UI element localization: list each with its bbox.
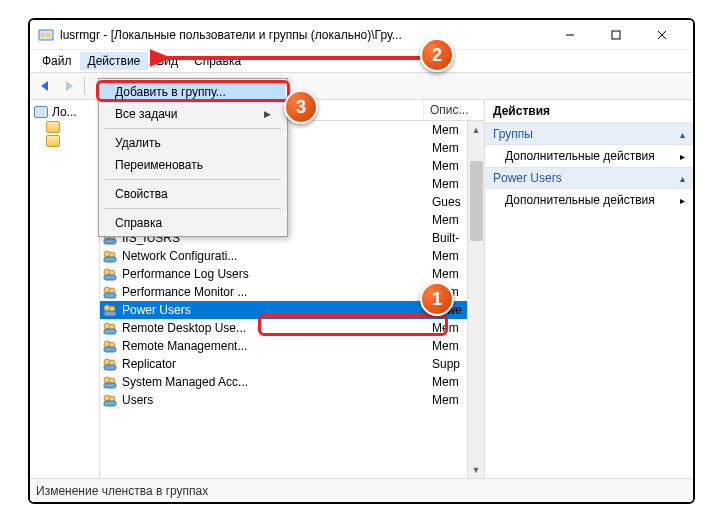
list-row[interactable]: Remote Desktop Use...Mem — [100, 319, 484, 337]
menu-rename[interactable]: Переименовать — [101, 154, 285, 176]
back-button[interactable] — [34, 75, 56, 97]
group-icon — [102, 302, 118, 318]
menu-help[interactable]: Справка — [186, 52, 249, 70]
group-icon — [102, 248, 118, 264]
scroll-up-button[interactable]: ▲ — [468, 121, 484, 138]
toolbar-separator — [84, 77, 85, 95]
group-icon — [102, 320, 118, 336]
row-name: Network Configurati... — [122, 249, 432, 263]
group-icon — [102, 284, 118, 300]
tree-root-label: Ло... — [52, 105, 77, 119]
svg-rect-56 — [104, 401, 116, 406]
submenu-arrow-icon: ▶ — [264, 109, 271, 119]
list-row[interactable]: System Managed Acc...Mem — [100, 373, 484, 391]
svg-marker-8 — [66, 81, 73, 91]
tree-groups[interactable] — [32, 134, 97, 148]
actions-powerusers-header[interactable]: Power Users ▴ — [485, 167, 693, 189]
menu-add-to-group[interactable]: Добавить в группу... — [101, 81, 285, 103]
tree-users[interactable] — [32, 120, 97, 134]
titlebar: lusrmgr - [Локальные пользователи и груп… — [30, 20, 693, 50]
svg-point-2 — [46, 33, 50, 37]
actions-pane: Действия Группы ▴ Дополнительные действи… — [485, 100, 693, 478]
chevron-right-icon: ▸ — [680, 195, 685, 206]
list-row[interactable]: Performance Log UsersMem — [100, 265, 484, 283]
menu-properties-label: Свойства — [115, 187, 168, 201]
svg-rect-4 — [612, 31, 620, 39]
folder-icon — [46, 121, 60, 133]
status-text: Изменение членства в группах — [36, 484, 208, 498]
actions-powerusers-header-label: Power Users — [493, 171, 562, 185]
actions-groups-more[interactable]: Дополнительные действия ▸ — [485, 145, 693, 167]
menu-help[interactable]: Справка — [101, 212, 285, 234]
menu-rename-label: Переименовать — [115, 158, 203, 172]
row-name: System Managed Acc... — [122, 375, 432, 389]
balloon-2-label: 2 — [432, 45, 442, 66]
menu-help-label: Справка — [115, 216, 162, 230]
row-name: Replicator — [122, 357, 432, 371]
window-title: lusrmgr - [Локальные пользователи и груп… — [60, 28, 547, 42]
row-name: Performance Monitor ... — [122, 285, 432, 299]
maximize-button[interactable] — [593, 20, 639, 50]
actions-powerusers-more[interactable]: Дополнительные действия ▸ — [485, 189, 693, 211]
actions-powerusers-more-label: Дополнительные действия — [505, 193, 655, 207]
menu-separator — [105, 208, 281, 209]
tree-pane[interactable]: Ло... — [30, 100, 100, 478]
chevron-right-icon: ▸ — [680, 151, 685, 162]
svg-rect-35 — [104, 275, 116, 280]
minimize-button[interactable] — [547, 20, 593, 50]
row-name: Remote Management... — [122, 339, 432, 353]
menu-all-tasks-label: Все задачи — [115, 107, 178, 121]
menu-view[interactable]: Вид — [148, 52, 186, 70]
row-name: Users — [122, 393, 432, 407]
col-desc[interactable]: Опис... — [424, 100, 484, 120]
menu-all-tasks[interactable]: Все задачи ▶ — [101, 103, 285, 125]
svg-rect-38 — [104, 293, 116, 298]
vertical-scrollbar[interactable]: ▲ ▼ — [467, 121, 484, 478]
scroll-down-button[interactable]: ▼ — [468, 461, 484, 478]
balloon-3-label: 3 — [296, 97, 306, 118]
actions-title: Действия — [485, 100, 693, 123]
computer-icon — [34, 106, 48, 118]
group-icon — [102, 356, 118, 372]
actions-groups-header[interactable]: Группы ▴ — [485, 123, 693, 145]
collapse-icon: ▴ — [680, 129, 685, 140]
menu-file[interactable]: Файл — [34, 52, 80, 70]
svg-rect-32 — [104, 257, 116, 262]
annotation-balloon-2: 2 — [420, 38, 454, 72]
svg-rect-41 — [104, 311, 116, 316]
close-button[interactable] — [639, 20, 685, 50]
list-row[interactable]: ReplicatorSupp — [100, 355, 484, 373]
list-row[interactable]: Remote Management...Mem — [100, 337, 484, 355]
annotation-balloon-1: 1 — [420, 282, 454, 316]
app-icon — [38, 27, 54, 43]
group-icon — [102, 392, 118, 408]
list-row[interactable]: Network Configurati...Mem — [100, 247, 484, 265]
list-row[interactable]: UsersMem — [100, 391, 484, 409]
folder-icon — [46, 135, 60, 147]
row-name: Power Users — [122, 303, 432, 317]
tree-root[interactable]: Ло... — [32, 104, 97, 120]
svg-rect-53 — [104, 383, 116, 388]
svg-rect-50 — [104, 365, 116, 370]
group-icon — [102, 338, 118, 354]
collapse-icon: ▴ — [680, 173, 685, 184]
statusbar: Изменение членства в группах — [30, 478, 693, 502]
forward-button[interactable] — [58, 75, 80, 97]
menu-delete-label: Удалить — [115, 136, 161, 150]
svg-rect-47 — [104, 347, 116, 352]
svg-marker-7 — [41, 81, 48, 91]
menu-action[interactable]: Действие — [80, 52, 149, 70]
svg-rect-44 — [104, 329, 116, 334]
menu-separator — [105, 128, 281, 129]
balloon-1-label: 1 — [432, 289, 442, 310]
row-name: Performance Log Users — [122, 267, 432, 281]
menu-add-to-group-label: Добавить в группу... — [115, 85, 226, 99]
menu-delete[interactable]: Удалить — [101, 132, 285, 154]
group-icon — [102, 266, 118, 282]
menubar: Файл Действие Вид Справка — [30, 50, 693, 72]
actions-groups-more-label: Дополнительные действия — [505, 149, 655, 163]
group-icon — [102, 374, 118, 390]
scroll-thumb[interactable] — [470, 161, 483, 241]
menu-properties[interactable]: Свойства — [101, 183, 285, 205]
row-name: Remote Desktop Use... — [122, 321, 432, 335]
